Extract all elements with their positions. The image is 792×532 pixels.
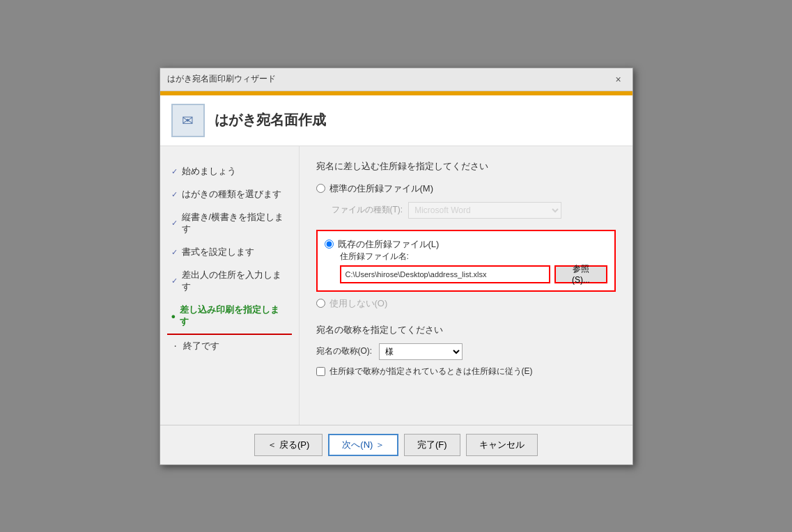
sidebar-item-start: ✓ 始めましょう	[167, 160, 292, 183]
address-source-group: 標準の住所録ファイル(M) ファイルの種類(T): Microsoft Word…	[316, 182, 616, 310]
finish-button[interactable]: 完了(F)	[404, 434, 460, 456]
standard-radio[interactable]	[316, 184, 325, 193]
content-area: ✓ 始めましょう ✓ はがきの種類を選びます ✓ 縦書き/横書きを指定します ✓…	[160, 146, 632, 425]
section-title: 宛名に差し込む住所録を指定してください	[316, 160, 616, 173]
existing-file-box: 既存の住所録ファイル(L) 住所録ファイル名: C:\Users\hirose\…	[316, 230, 616, 292]
dialog-header: ✉ はがき宛名面作成	[160, 95, 632, 146]
honorific-row: 宛名の敬称(O): 様 御中 先生 殿	[316, 343, 616, 360]
sidebar-item-direction: ✓ 縦書き/横書きを指定します	[167, 206, 292, 241]
browse-button[interactable]: 参照(S)...	[554, 265, 607, 283]
sidebar-label-finish: 終了です	[183, 341, 219, 352]
file-input-area: C:\Users\hirose\Desktop\address_list.xls…	[340, 265, 607, 283]
standard-radio-label[interactable]: 標準の住所録ファイル(M)	[329, 182, 434, 195]
sidebar-label-sender: 差出人の住所を入力します	[182, 269, 288, 293]
address-honor-label[interactable]: 住所録で敬称が指定されているときは住所録に従う(E)	[329, 366, 533, 377]
honorific-section-title: 宛名の敬称を指定してください	[316, 324, 616, 336]
window-title: はがき宛名面印刷ウィザード	[167, 73, 276, 85]
sidebar-item-type: ✓ はがきの種類を選びます	[167, 183, 292, 206]
bullet-finish: ・	[171, 341, 179, 352]
bullet-merge: ●	[171, 312, 176, 320]
standard-radio-row: 標準の住所録ファイル(M)	[316, 182, 616, 195]
sidebar-item-finish: ・ 終了です	[167, 335, 292, 358]
honorific-section: 宛名の敬称を指定してください 宛名の敬称(O): 様 御中 先生 殿 住所録で敬…	[316, 324, 616, 377]
bullet-direction: ✓	[171, 219, 178, 228]
bullet-format: ✓	[171, 248, 178, 257]
sidebar-label-direction: 縦書き/横書きを指定します	[182, 212, 288, 235]
header-icon: ✉	[171, 104, 205, 137]
existing-radio-row: 既存の住所録ファイル(L)	[325, 238, 607, 251]
back-button[interactable]: ＜ 戻る(P)	[254, 434, 323, 456]
bullet-sender: ✓	[171, 276, 178, 285]
next-button[interactable]: 次へ(N) ＞	[328, 434, 398, 456]
sidebar-label-type: はがきの種類を選びます	[182, 189, 281, 201]
bullet-type: ✓	[171, 190, 178, 199]
file-type-row: ファイルの種類(T): Microsoft Word	[332, 202, 616, 219]
bullet-start: ✓	[171, 167, 178, 176]
main-content: 宛名に差し込む住所録を指定してください 標準の住所録ファイル(M) ファイルの種…	[300, 146, 632, 425]
sidebar-item-sender: ✓ 差出人の住所を入力します	[167, 264, 292, 299]
address-honor-checkbox-row: 住所録で敬称が指定されているときは住所録に従う(E)	[316, 366, 616, 377]
file-type-dropdown[interactable]: Microsoft Word	[408, 202, 561, 219]
close-button[interactable]: ×	[612, 72, 626, 86]
file-type-label: ファイルの種類(T):	[332, 204, 403, 216]
title-bar: はがき宛名面印刷ウィザード ×	[160, 68, 632, 91]
cancel-button[interactable]: キャンセル	[466, 434, 538, 456]
sidebar: ✓ 始めましょう ✓ はがきの種類を選びます ✓ 縦書き/横書きを指定します ✓…	[160, 146, 300, 425]
dialog-footer: ＜ 戻る(P) 次へ(N) ＞ 完了(F) キャンセル	[160, 425, 632, 464]
sidebar-item-merge: ● 差し込み印刷を指定します	[167, 299, 292, 335]
dialog-window: はがき宛名面印刷ウィザード × ✉ はがき宛名面作成 ✓ 始めましょう ✓ はが…	[160, 68, 633, 465]
header-title: はがき宛名面作成	[215, 111, 326, 130]
file-name-label: 住所録ファイル名:	[340, 251, 607, 263]
sidebar-label-start: 始めましょう	[182, 166, 236, 178]
file-path-display: C:\Users\hirose\Desktop\address_list.xls…	[340, 265, 551, 283]
existing-radio[interactable]	[325, 240, 334, 249]
none-radio-row: 使用しない(O)	[316, 297, 616, 310]
honorific-select[interactable]: 様 御中 先生 殿	[379, 343, 463, 360]
none-radio-label[interactable]: 使用しない(O)	[329, 297, 388, 310]
address-honor-checkbox[interactable]	[316, 367, 325, 376]
sidebar-item-format: ✓ 書式を設定します	[167, 241, 292, 264]
existing-radio-label[interactable]: 既存の住所録ファイル(L)	[338, 238, 440, 251]
none-radio[interactable]	[316, 299, 325, 308]
sidebar-label-format: 書式を設定します	[182, 247, 254, 258]
sidebar-label-merge: 差し込み印刷を指定します	[180, 304, 287, 328]
honorific-label: 宛名の敬称(O):	[316, 345, 373, 357]
